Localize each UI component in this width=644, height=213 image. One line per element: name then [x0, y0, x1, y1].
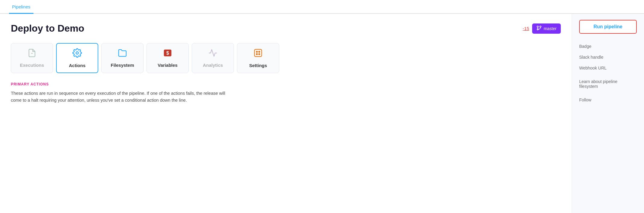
- filesystem-label: Filesystem: [111, 63, 134, 68]
- nav-tab-actions[interactable]: Actions: [56, 43, 98, 73]
- right-sidebar: Run pipeline Badge Slack handle Webhook …: [572, 14, 644, 213]
- svg-point-10: [256, 54, 257, 55]
- file-icon: [27, 48, 36, 60]
- pipeline-header: Deploy to Demo -15: [11, 23, 561, 34]
- svg-rect-7: [254, 49, 262, 57]
- sidebar-link-slack[interactable]: Slack handle: [579, 52, 637, 63]
- settings-icon: [253, 48, 263, 60]
- sidebar-link-learn-filesystem[interactable]: Learn about pipeline filesystem: [579, 76, 637, 92]
- sidebar-link-badge[interactable]: Badge: [579, 41, 637, 52]
- svg-text:$: $: [166, 50, 169, 56]
- sidebar-divider: [579, 75, 637, 75]
- branch-label: master: [544, 26, 557, 31]
- pipeline-title: Deploy to Demo: [11, 23, 84, 34]
- nav-tab-variables[interactable]: $ Variables: [147, 43, 189, 73]
- nav-tab-analytics[interactable]: Analytics: [192, 43, 234, 73]
- run-pipeline-button[interactable]: Run pipeline: [579, 20, 637, 34]
- executions-label: Executions: [20, 63, 44, 68]
- settings-label: Settings: [249, 63, 267, 68]
- svg-point-11: [259, 54, 260, 55]
- svg-point-4: [76, 52, 78, 54]
- nav-tab-settings[interactable]: Settings: [237, 43, 279, 73]
- pipeline-content: Deploy to Demo -15: [0, 14, 572, 213]
- nav-tab-executions[interactable]: Executions: [11, 43, 53, 73]
- primary-actions-label: PRIMARY ACTIONS: [11, 82, 561, 86]
- pipeline-meta: -15 master: [523, 23, 561, 34]
- top-tab-bar: Pipelines: [0, 0, 644, 14]
- svg-point-8: [256, 51, 257, 52]
- variables-label: Variables: [158, 63, 178, 68]
- gear-icon: [72, 48, 82, 60]
- folder-icon: [118, 48, 127, 60]
- nav-tab-filesystem[interactable]: Filesystem: [101, 43, 144, 73]
- analytics-label: Analytics: [203, 63, 223, 68]
- primary-actions-description: These actions are run in sequence on eve…: [11, 90, 234, 104]
- analytics-icon: [208, 48, 218, 60]
- svg-point-9: [259, 51, 260, 52]
- commit-count: -15: [523, 26, 529, 31]
- branch-icon: [536, 25, 542, 32]
- tab-pipelines[interactable]: Pipelines: [9, 0, 33, 14]
- actions-label: Actions: [69, 63, 85, 68]
- sidebar-divider-2: [579, 93, 637, 93]
- branch-badge[interactable]: master: [532, 23, 561, 34]
- dollar-icon: $: [163, 48, 172, 60]
- nav-tabs: Executions Actions: [11, 43, 561, 73]
- sidebar-link-webhook[interactable]: Webhook URL: [579, 63, 637, 73]
- sidebar-link-follow[interactable]: Follow: [579, 94, 637, 105]
